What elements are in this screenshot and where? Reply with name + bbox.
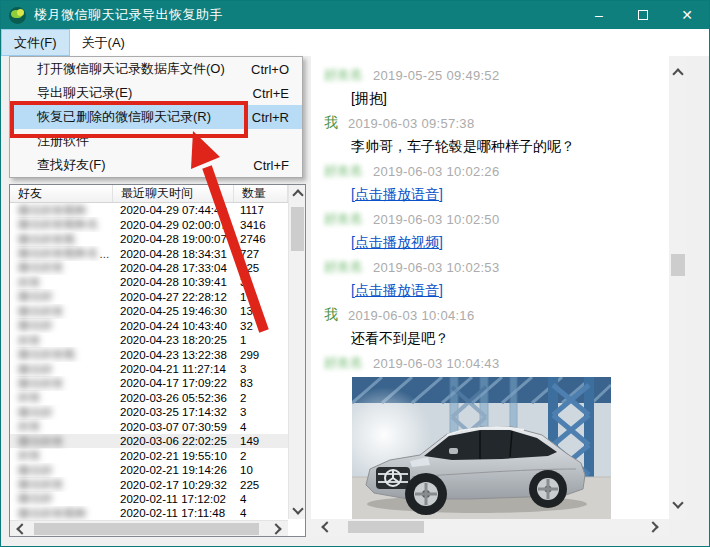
friends-table: 好友 最近聊天时间 数量 微信好友昵称2020-04-29 07:44:4911… — [9, 184, 306, 537]
scroll-up-icon[interactable] — [669, 66, 687, 82]
scroll-left-icon[interactable] — [319, 519, 335, 535]
play-media-link[interactable]: [点击播放语音] — [324, 186, 443, 204]
last-chat-time-cell: 2020-02-11 17:12:02 — [113, 493, 234, 505]
chat-photo-car[interactable] — [352, 377, 611, 519]
chat-hscroll-thumb[interactable] — [348, 521, 424, 533]
menubar-item-about[interactable]: 关于(A) — [70, 29, 137, 56]
friend-name-cell: 好友 — [10, 275, 113, 290]
friend-name-cell: 微信好友 — [10, 304, 113, 319]
friend-name-redacted: 微信好友 — [18, 434, 64, 449]
friend-name-cell: 微信好友 — [10, 376, 113, 391]
chat-message-text: 李帅哥，车子轮毂是哪种样子的呢？ — [324, 135, 669, 159]
table-row[interactable]: 好友2020-03-07 07:30:594 — [10, 420, 288, 434]
minimize-button[interactable]: – — [577, 1, 621, 29]
message-count-cell: 4 — [234, 421, 288, 433]
scroll-left-icon[interactable] — [14, 521, 30, 537]
table-row[interactable]: 微信好友昵2020-04-28 19:00:072746 — [10, 232, 288, 246]
menu-item-1[interactable]: 打开微信聊天记录数据库文件(O)Ctrl+O — [10, 57, 302, 81]
chat-horizontal-scrollbar[interactable] — [311, 519, 669, 536]
friend-name-cell: 微信好友 — [10, 477, 113, 492]
table-row[interactable]: 好友2020-04-28 10:39:413 — [10, 275, 288, 289]
chat-timestamp: 2019-06-03 10:02:26 — [373, 164, 499, 179]
play-media-link[interactable]: [点击播放语音] — [324, 282, 443, 300]
app-window: 楼月微信聊天记录导出恢复助手 – ✕ 文件(F)关于(A) 好友 最近聊天时间 … — [0, 0, 710, 547]
friend-name-cell: 微信好友昵称名... — [10, 246, 113, 261]
close-button[interactable]: ✕ — [665, 1, 709, 29]
friend-name-redacted: 微信好 — [18, 289, 53, 304]
table-hscroll-thumb[interactable] — [34, 523, 259, 535]
menu-item-2[interactable]: 导出聊天记录(E)Ctrl+E — [10, 81, 302, 105]
table-row[interactable]: 微信好友昵称2020-02-11 17:11:484 — [10, 506, 288, 520]
scroll-up-icon[interactable] — [289, 187, 306, 203]
table-horizontal-scrollbar[interactable] — [10, 520, 288, 537]
scroll-right-icon[interactable] — [645, 519, 661, 535]
message-count-cell: 325 — [234, 262, 288, 274]
column-header-friend[interactable]: 好友 — [10, 185, 113, 202]
friend-name-cell: 好友 — [10, 390, 113, 405]
table-row[interactable]: 微信好2020-02-21 19:14:2610 — [10, 463, 288, 477]
table-row[interactable]: 好友2020-02-21 19:55:102 — [10, 448, 288, 462]
table-row[interactable]: 微信好友昵称名...2020-04-28 18:34:31727 — [10, 246, 288, 260]
message-count-cell: 1117 — [234, 204, 288, 216]
message-count-cell: 3 — [234, 363, 288, 375]
menu-item-shortcut: Ctrl+R — [252, 110, 302, 125]
chat-message-media: [点击播放语音] — [324, 279, 669, 303]
message-count-cell: 4 — [234, 493, 288, 505]
message-count-cell: 2 — [234, 392, 288, 404]
table-row[interactable]: 好友2020-04-23 18:20:251 — [10, 333, 288, 347]
last-chat-time-cell: 2020-04-23 18:20:25 — [113, 334, 234, 346]
table-vertical-scrollbar[interactable] — [288, 185, 306, 519]
friend-name-redacted: 微信好友昵 — [18, 347, 76, 362]
table-vscroll-thumb[interactable] — [291, 207, 304, 251]
scroll-down-icon[interactable] — [669, 495, 687, 511]
menu-item-5[interactable]: 查找好友(F)Ctrl+F — [10, 153, 302, 177]
chat-vertical-scrollbar[interactable] — [669, 56, 687, 519]
friend-name-redacted: 微信好友 — [18, 304, 64, 319]
message-count-cell: 299 — [234, 349, 288, 361]
table-row[interactable]: 好友2020-03-26 05:52:362 — [10, 391, 288, 405]
table-header: 好友 最近聊天时间 数量 — [10, 185, 288, 203]
last-chat-time-cell: 2020-02-21 19:14:26 — [113, 464, 234, 476]
scroll-down-icon[interactable] — [289, 501, 306, 517]
table-row[interactable]: 微信好友昵称2020-04-29 07:44:491117 — [10, 203, 288, 217]
message-count-cell: 225 — [234, 479, 288, 491]
table-row[interactable]: 微信好2020-04-27 22:28:121 — [10, 290, 288, 304]
table-row[interactable]: 微信好友2020-04-28 17:33:04325 — [10, 261, 288, 275]
message-count-cell: 2746 — [234, 233, 288, 245]
chat-message-media: [点击播放语音] — [324, 183, 669, 207]
table-row[interactable]: 微信好2020-04-21 11:27:143 — [10, 362, 288, 376]
table-row[interactable]: 微信好2020-03-25 17:14:323 — [10, 405, 288, 419]
table-row[interactable]: 微信好友2020-02-17 10:29:32225 — [10, 477, 288, 491]
chat-vscroll-thumb[interactable] — [671, 254, 685, 276]
friend-name-redacted: 微信好 — [18, 318, 53, 333]
scroll-right-icon[interactable] — [268, 521, 284, 537]
chat-timestamp: 2019-05-25 09:49:52 — [373, 68, 499, 83]
table-row[interactable]: 微信好友昵2020-04-23 13:22:38299 — [10, 347, 288, 361]
column-header-last-chat-time[interactable]: 最近聊天时间 — [113, 185, 234, 202]
table-row[interactable]: 微信好2020-04-24 10:43:4032 — [10, 319, 288, 333]
friend-name-redacted: 微信好友昵称名 — [18, 246, 99, 261]
menu-item-3[interactable]: 恢复已删除的微信聊天记录(R)Ctrl+R — [10, 105, 302, 129]
friend-name-cell: 好友 — [10, 333, 113, 348]
friend-name-redacted: 微信好友 — [18, 260, 64, 275]
friend-name-redacted: 微信好 — [18, 463, 53, 478]
column-header-count[interactable]: 数量 — [234, 185, 288, 202]
table-row[interactable]: 微信好友2020-04-17 17:09:2283 — [10, 376, 288, 390]
maximize-button[interactable] — [621, 1, 665, 29]
table-row[interactable]: 微信好2020-02-11 17:12:024 — [10, 492, 288, 506]
chat-message-header: 我2019-06-03 10:04:16 — [324, 303, 669, 327]
message-count-cell: 137 — [234, 305, 288, 317]
table-row[interactable]: 微信好友2020-04-25 19:46:30137 — [10, 304, 288, 318]
chat-message-text: 还看不到是吧？ — [324, 327, 669, 351]
chat-message-header: 好友名2019-06-03 10:02:26 — [324, 159, 669, 183]
table-body: 微信好友昵称2020-04-29 07:44:491117微信好友昵称名2020… — [10, 203, 288, 521]
menu-item-4[interactable]: 注册软件 — [10, 129, 302, 153]
table-row[interactable]: 微信好友昵称名2020-04-29 02:00:073416 — [10, 217, 288, 231]
message-count-cell: 149 — [234, 435, 288, 447]
table-row[interactable]: 微信好友2020-03-06 22:02:25149 — [10, 434, 288, 448]
last-chat-time-cell: 2020-04-29 07:44:49 — [113, 204, 234, 216]
last-chat-time-cell: 2020-04-28 18:34:31 — [113, 248, 234, 260]
last-chat-time-cell: 2020-04-28 19:00:07 — [113, 233, 234, 245]
play-media-link[interactable]: [点击播放视频] — [324, 234, 443, 252]
menubar-item-file[interactable]: 文件(F) — [1, 29, 70, 56]
